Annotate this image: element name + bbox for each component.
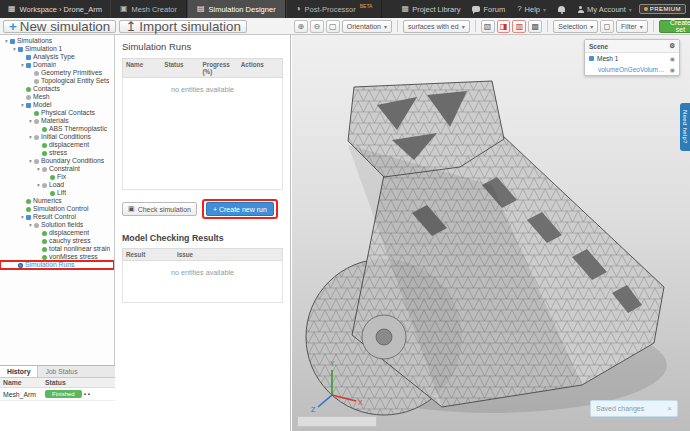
import-simulation-label: Import simulation [139, 19, 240, 34]
tree-item-label: Domain [33, 61, 56, 69]
green-bullet-icon [42, 143, 47, 148]
zoom-fit-icon[interactable]: ▢ [326, 20, 340, 33]
chevron-down-icon: ▾ [462, 23, 465, 30]
tree-item-domain[interactable]: ▾Domain [0, 61, 114, 69]
tree-item-simulation-control[interactable]: Simulation Control [0, 205, 114, 213]
mesh-display-tool-icon[interactable]: ▧ [481, 20, 495, 33]
expand-arrow-icon[interactable]: ▾ [27, 157, 34, 165]
eye-icon[interactable]: ◉ [670, 55, 675, 62]
expand-arrow-icon[interactable]: ▾ [35, 181, 42, 189]
workspace-breadcrumb[interactable]: ▦ Workspace › Drone_Arm [0, 0, 110, 18]
tree-item-label: Constraint [49, 165, 80, 173]
tab-history[interactable]: History [0, 366, 38, 377]
hide-faces-tool-icon[interactable]: ▥ [512, 20, 526, 33]
project-library-icon: ▦ [402, 5, 410, 13]
model-col-result: Result [126, 251, 177, 258]
history-row[interactable]: Mesh_Arm Finished ▪ ▪ [0, 388, 115, 401]
zoom-out-icon[interactable]: ⊖ [310, 20, 324, 33]
tree-item-displacement[interactable]: displacement [0, 229, 114, 237]
display-mode-dropdown[interactable]: surfaces with ed ▾ [403, 20, 470, 33]
tree-item-analysis-type[interactable]: Analysis Type [0, 53, 114, 61]
tree-item-label: Physical Contacts [41, 109, 95, 117]
zoom-in-icon[interactable]: ⊕ [294, 20, 308, 33]
tree-item-numerics[interactable]: Numerics [0, 197, 114, 205]
tree-item-simulations[interactable]: ▾Simulations [0, 37, 114, 45]
box-select-icon[interactable]: ◻ [600, 20, 614, 33]
help-label: Help [525, 5, 540, 14]
expand-arrow-icon[interactable]: ▾ [11, 45, 18, 53]
new-simulation-button[interactable]: + New simulation [3, 20, 116, 33]
tree-item-contacts[interactable]: Contacts [0, 85, 114, 93]
forum-label: Forum [483, 5, 505, 14]
row-action-icon[interactable]: ▪ [88, 391, 90, 397]
notifications-button[interactable] [553, 6, 570, 12]
filter-dropdown[interactable]: Filter ▾ [616, 20, 648, 33]
selection-label: Selection [558, 23, 587, 30]
expand-arrow-icon[interactable]: ▾ [35, 165, 42, 173]
need-help-tab[interactable]: Need help? [680, 103, 690, 151]
tree-item-solution-fields[interactable]: ▾Solution fields [0, 221, 114, 229]
expand-arrow-icon[interactable]: ▾ [3, 37, 10, 45]
tree-item-abs-thermoplastic[interactable]: ABS Thermoplastic [0, 125, 114, 133]
import-simulation-button[interactable]: ↥ Import simulation [119, 20, 247, 33]
tree-item-lift[interactable]: Lift [0, 189, 114, 197]
forum-button[interactable]: Forum [467, 5, 510, 14]
scene-item-volume[interactable]: volumeOnGeoVolumes_0 ◉ [585, 64, 679, 75]
tree-item-boundary-conditions[interactable]: ▾Boundary Conditions [0, 157, 114, 165]
scene-item-mesh[interactable]: Mesh 1 ◉ [585, 53, 679, 64]
expand-arrow-icon[interactable]: ▾ [19, 61, 26, 69]
tree-item-topological-entity-sets[interactable]: Topological Entity Sets [0, 77, 114, 85]
tree-item-geometry-primitives[interactable]: Geometry Primitives [0, 69, 114, 77]
tree-item-initial-conditions[interactable]: ▾Initial Conditions [0, 133, 114, 141]
tree-item-stress[interactable]: stress [0, 149, 114, 157]
check-simulation-button[interactable]: ▣ Check simulation [122, 202, 197, 216]
post-processor-icon: ◑ [296, 5, 301, 13]
tree-item-constraint[interactable]: ▾Constraint [0, 165, 114, 173]
tree-item-vonmises-stress[interactable]: vonMises stress [0, 253, 114, 261]
tab-mesh-creator[interactable]: ▣ Mesh Creator [110, 0, 187, 18]
close-icon[interactable]: × [667, 404, 672, 413]
tree-item-displacement[interactable]: displacement [0, 141, 114, 149]
gear-icon[interactable]: ⚙ [669, 42, 675, 50]
my-account-menu[interactable]: My Account ▾ [572, 5, 637, 14]
tree-item-load[interactable]: ▾Load [0, 181, 114, 189]
premium-label: PREMIUM [650, 6, 681, 12]
tree-item-result-control[interactable]: ▾Result Control [0, 213, 114, 221]
expand-arrow-icon[interactable]: ▾ [19, 213, 26, 221]
simulation-runs-panel: Simulation Runs Name Status Progress (%)… [115, 35, 291, 431]
selection-dropdown[interactable]: Selection ▾ [553, 20, 598, 33]
tree-item-fix[interactable]: Fix [0, 173, 114, 181]
tree-item-cauchy-stress[interactable]: cauchy stress [0, 237, 114, 245]
eye-icon[interactable]: ◉ [670, 66, 675, 73]
tab-simulation-designer[interactable]: ▤ Simulation Designer [187, 0, 286, 18]
tree-item-mesh[interactable]: Mesh [0, 93, 114, 101]
runs-table-header: Name Status Progress (%) Actions [122, 58, 283, 78]
tree-item-model[interactable]: ▾Model [0, 101, 114, 109]
tree-item-total-nonlinear-strain[interactable]: total nonlinear strain [0, 245, 114, 253]
expand-arrow-icon[interactable]: ▾ [27, 117, 34, 125]
help-menu[interactable]: ? Help ▾ [512, 5, 551, 14]
expand-arrow-icon[interactable]: ▾ [19, 101, 26, 109]
expand-arrow-icon[interactable]: ▾ [27, 133, 34, 141]
row-action-icon[interactable]: ▪ [84, 391, 86, 397]
orientation-dropdown[interactable]: Orientation ▾ [342, 20, 392, 33]
isolate-tool-icon[interactable]: ▩ [528, 20, 542, 33]
tree-item-simulation-runs[interactable]: Simulation Runs [0, 261, 114, 269]
tab-post-processor[interactable]: ◑ Post-Processor BETA [286, 0, 383, 18]
expand-arrow-icon[interactable]: ▾ [27, 221, 34, 229]
highlight-faces-tool-icon[interactable]: ◨ [497, 20, 511, 33]
tree-item-simulation-1[interactable]: ▾Simulation 1 [0, 45, 114, 53]
model-col-issue: Issue [177, 251, 279, 258]
viewport-3d[interactable]: Scene ⚙ Mesh 1 ◉ volumeOnGeoVolumes_0 ◉ … [292, 35, 690, 431]
viewport-tools-group: ⊕ ⊖ ▢ Orientation ▾ surfaces with ed ▾ ▧… [291, 20, 690, 33]
project-library-button[interactable]: ▦ Project Library [397, 5, 466, 14]
check-icon: ▣ [128, 205, 135, 213]
tree-item-materials[interactable]: ▾Materials [0, 117, 114, 125]
tree-item-physical-contacts[interactable]: Physical Contacts [0, 109, 114, 117]
viewport-hint-box [297, 416, 377, 427]
tab-label: Mesh Creator [132, 5, 177, 14]
create-new-run-button[interactable]: + Create new run [206, 202, 274, 216]
create-set-button[interactable]: Create set [659, 20, 690, 33]
tree-item-label: ABS Thermoplastic [49, 125, 107, 133]
tab-job-status[interactable]: Job Status [38, 366, 84, 377]
